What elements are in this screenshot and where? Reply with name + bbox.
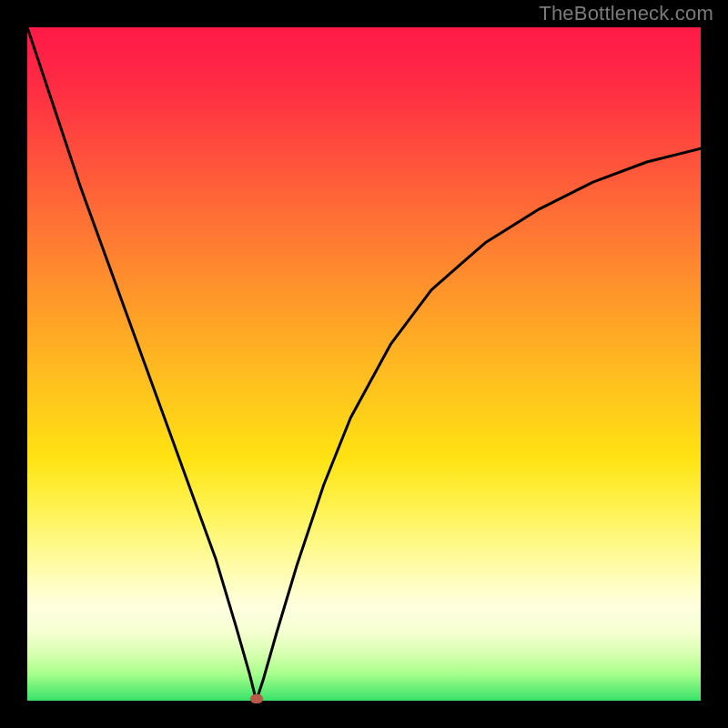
curve-svg: [27, 27, 701, 701]
bottleneck-marker: [250, 694, 263, 703]
bottleneck-curve: [27, 27, 701, 701]
chart-frame: TheBottleneck.com: [0, 0, 728, 728]
plot-area: [27, 27, 701, 701]
watermark-text: TheBottleneck.com: [539, 2, 713, 25]
